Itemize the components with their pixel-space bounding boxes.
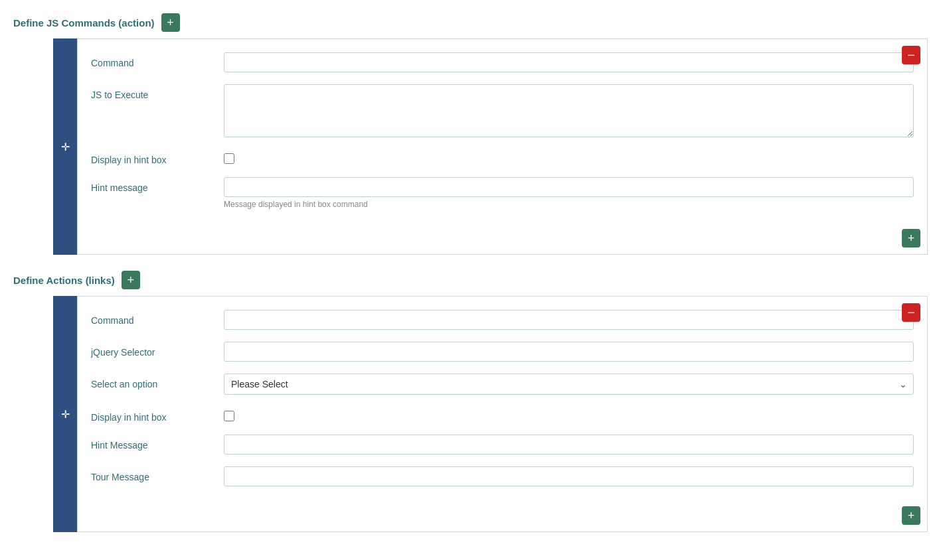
section1-hint-helper-text: Message displayed in hint box command <box>224 200 914 209</box>
section1-js-row: JS to Execute <box>91 84 914 137</box>
section2-jquery-label: jQuery Selector <box>91 342 224 358</box>
section2-hint-box-checkbox[interactable] <box>224 411 234 421</box>
section2-command-row: Command <box>91 310 914 330</box>
section1-add-button[interactable]: + <box>161 13 180 32</box>
section1-command-row: Command <box>91 52 914 72</box>
section1-title: Define JS Commands (action) <box>13 17 155 29</box>
section1-command-label: Command <box>91 52 224 68</box>
section2-title: Define Actions (links) <box>13 275 115 286</box>
section2-hint-message-row: Hint Message <box>91 435 914 455</box>
section1-hint-box-checkbox-wrapper <box>224 149 234 164</box>
section1-command-input[interactable] <box>224 52 914 72</box>
section1-card-wrapper: ✛ − Command JS to Execute Display in hin… <box>53 38 928 255</box>
section2-add-bottom-button[interactable]: + <box>902 506 920 525</box>
section1-remove-button[interactable]: − <box>902 46 920 64</box>
section2-header: Define Actions (links) + <box>13 271 928 289</box>
section2-select-wrapper: Please Select ⌄ <box>224 374 914 395</box>
section2-tour-message-input[interactable] <box>224 466 914 486</box>
section1-hint-message-input[interactable] <box>224 177 914 197</box>
section1-hint-box-row: Display in hint box <box>91 149 914 165</box>
section2-add-button[interactable]: + <box>122 271 140 289</box>
section2-card-wrapper: ✛ − Command jQuery Selector Select an op… <box>53 296 928 532</box>
section2-remove-button[interactable]: − <box>902 303 920 322</box>
section1-hint-box-checkbox[interactable] <box>224 153 234 164</box>
section1-hint-box-label: Display in hint box <box>91 149 224 165</box>
section2-tour-message-label: Tour Message <box>91 466 224 482</box>
section2-hint-box-label: Display in hint box <box>91 407 224 423</box>
section1-hint-message-container: Message displayed in hint box command <box>224 177 914 209</box>
section2-command-input[interactable] <box>224 310 914 330</box>
section1-drag-icon: ✛ <box>61 141 70 153</box>
section1-js-textarea[interactable] <box>224 84 914 137</box>
section2-select-option-label: Select an option <box>91 374 224 389</box>
section2-jquery-input[interactable] <box>224 342 914 362</box>
section1-add-bottom-button[interactable]: + <box>902 229 920 247</box>
section1-card: − Command JS to Execute Display in hint … <box>77 38 928 255</box>
section2-hint-box-row: Display in hint box <box>91 407 914 423</box>
section2-drag-handle[interactable]: ✛ <box>53 296 77 532</box>
section1-js-label: JS to Execute <box>91 84 224 100</box>
section2-tour-message-row: Tour Message <box>91 466 914 486</box>
section2-hint-message-label: Hint Message <box>91 435 224 451</box>
section2-hint-message-input[interactable] <box>224 435 914 455</box>
section2-select-control[interactable]: Please Select <box>224 374 914 395</box>
section1-hint-message-label: Hint message <box>91 177 224 193</box>
section1-header: Define JS Commands (action) + <box>13 13 928 32</box>
section1-drag-handle[interactable]: ✛ <box>53 38 77 255</box>
section2-command-label: Command <box>91 310 224 326</box>
section2-hint-box-checkbox-wrapper <box>224 407 234 421</box>
section2-drag-icon: ✛ <box>61 408 70 421</box>
section2-card: − Command jQuery Selector Select an opti… <box>77 296 928 532</box>
section1-hint-message-row: Hint message Message displayed in hint b… <box>91 177 914 209</box>
section2-jquery-row: jQuery Selector <box>91 342 914 362</box>
section2-select-option-row: Select an option Please Select ⌄ <box>91 374 914 395</box>
